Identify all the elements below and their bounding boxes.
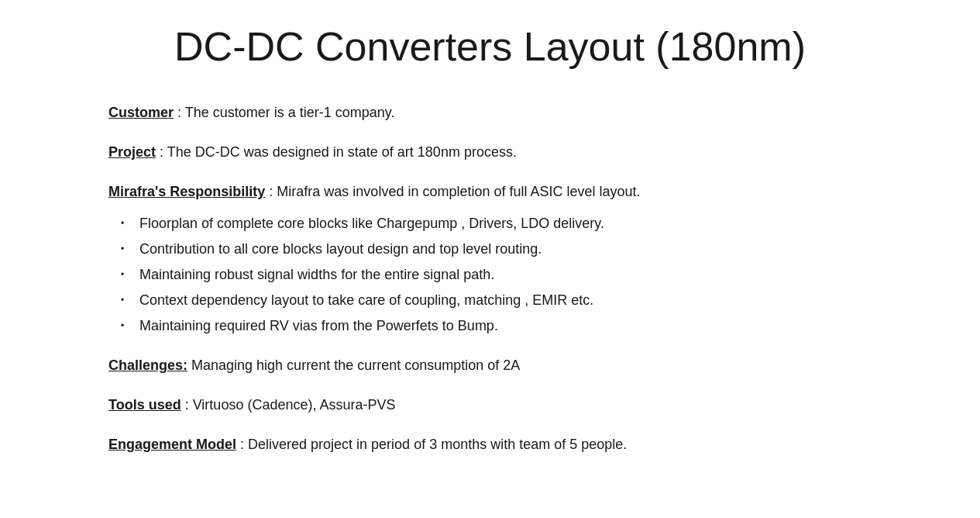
mirafra-label: Mirafra's Responsibility xyxy=(108,184,265,199)
engagement-label: Engagement Model xyxy=(108,437,236,452)
mirafra-section: Mirafra's Responsibility : Mirafra was i… xyxy=(108,181,872,202)
customer-label: Customer xyxy=(108,105,174,120)
project-section: Project : The DC-DC was designed in stat… xyxy=(108,142,872,163)
engagement-text: : Delivered project in period of 3 month… xyxy=(236,437,627,452)
customer-section: Customer : The customer is a tier-1 comp… xyxy=(108,102,872,123)
mirafra-text: : Mirafra was involved in completion of … xyxy=(265,184,640,199)
bullets-section: Floorplan of complete core blocks like C… xyxy=(108,213,872,337)
challenges-section: Challenges: Managing high current the cu… xyxy=(108,355,872,376)
tools-label: Tools used xyxy=(108,397,181,413)
challenges-text: Managing high current the current consum… xyxy=(187,357,520,373)
tools-text: : Virtuoso (Cadence), Assura-PVS xyxy=(181,397,396,413)
challenges-label: Challenges: xyxy=(108,357,187,373)
engagement-section: Engagement Model : Delivered project in … xyxy=(108,434,872,455)
page-title: DC-DC Converters Layout (180nm) xyxy=(108,23,872,70)
list-item: Maintaining required RV vias from the Po… xyxy=(132,316,872,337)
list-item: Maintaining robust signal widths for the… xyxy=(132,264,872,285)
project-text: : The DC-DC was designed in state of art… xyxy=(156,144,517,160)
tools-section: Tools used : Virtuoso (Cadence), Assura-… xyxy=(108,395,872,416)
bullet-list: Floorplan of complete core blocks like C… xyxy=(132,213,872,337)
page-container: DC-DC Converters Layout (180nm) Customer… xyxy=(0,0,980,505)
list-item: Floorplan of complete core blocks like C… xyxy=(132,213,872,234)
project-label: Project xyxy=(108,144,156,160)
list-item: Context dependency layout to take care o… xyxy=(132,290,872,311)
list-item: Contribution to all core blocks layout d… xyxy=(132,239,872,260)
customer-text: : The customer is a tier-1 company. xyxy=(174,105,394,120)
